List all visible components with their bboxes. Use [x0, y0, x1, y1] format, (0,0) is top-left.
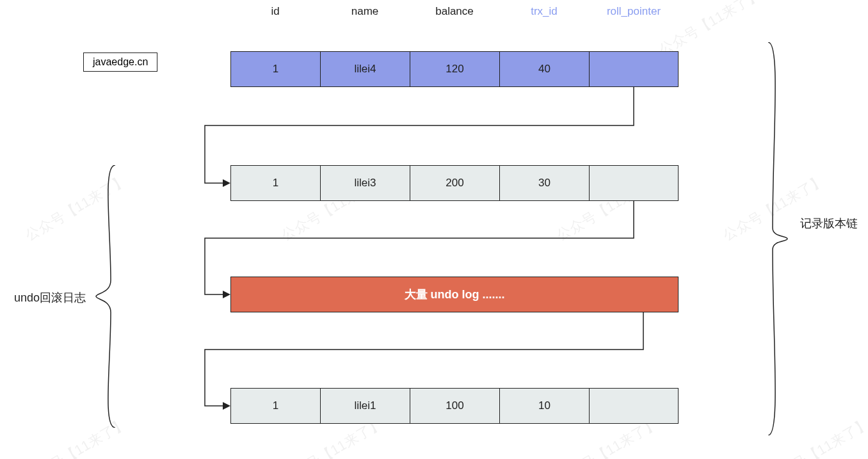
column-headers: id name balance trx_id roll_pointer: [230, 5, 679, 18]
cell-trx-id: 30: [499, 165, 589, 201]
mass-undo-text: 大量 undo log .......: [405, 287, 505, 302]
left-brace: [93, 165, 118, 428]
cell-balance: 200: [410, 165, 499, 201]
cell-balance: 120: [410, 51, 499, 87]
cell-id: 1: [230, 388, 320, 424]
cell-roll-pointer: [589, 388, 679, 424]
row-current: 1 lilei4 120 40: [230, 51, 679, 87]
header-name: name: [320, 5, 410, 18]
row-mass-undo: 大量 undo log .......: [230, 277, 679, 312]
cell-name: lilei3: [320, 165, 410, 201]
cell-id: 1: [230, 165, 320, 201]
row-version-4: 1 lilei1 100 10: [230, 388, 679, 424]
svg-marker-1: [223, 291, 230, 298]
header-trx-id: trx_id: [499, 5, 589, 18]
right-brace: [765, 42, 791, 435]
svg-marker-2: [223, 402, 230, 410]
header-id: id: [230, 5, 320, 18]
cell-id: 1: [230, 51, 320, 87]
svg-marker-0: [223, 179, 230, 187]
cell-roll-pointer: [589, 51, 679, 87]
version-chain-label: 记录版本链: [800, 216, 858, 231]
cell-trx-id: 10: [499, 388, 589, 424]
cell-name: lilei1: [320, 388, 410, 424]
row-version-2: 1 lilei3 200 30: [230, 165, 679, 201]
cell-trx-id: 40: [499, 51, 589, 87]
header-balance: balance: [410, 5, 499, 18]
cell-name: lilei4: [320, 51, 410, 87]
javaedge-box: javaedge.cn: [83, 52, 157, 72]
undo-log-label: undo回滚日志: [14, 290, 86, 305]
cell-roll-pointer: [589, 165, 679, 201]
cell-balance: 100: [410, 388, 499, 424]
header-roll-pointer: roll_pointer: [589, 5, 679, 18]
